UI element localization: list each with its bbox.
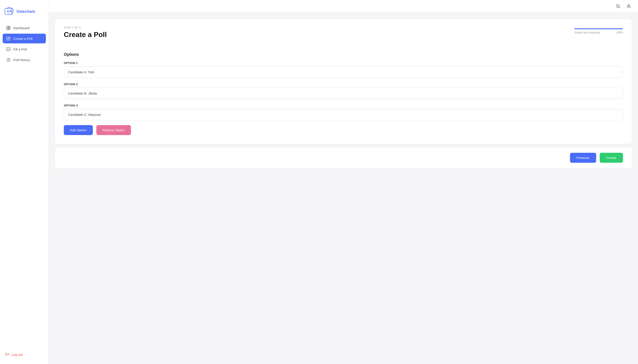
poll-history-icon — [6, 58, 11, 62]
header-left: STEP 2 OF 2 Create a Poll — [64, 26, 107, 39]
form-header: STEP 2 OF 2 Create a Poll Started and un… — [55, 19, 632, 45]
logo-icon — [5, 7, 14, 16]
svg-rect-4 — [9, 26, 10, 28]
progress-percent: 100% — [616, 31, 623, 34]
option-buttons-row: Add Option Reduce Option — [64, 125, 623, 135]
option-input-2[interactable] — [64, 88, 623, 99]
step-label: STEP 2 OF 2 — [64, 26, 107, 29]
logout-button[interactable]: Log out — [0, 350, 49, 360]
option-label-3: OPTION 3 — [64, 104, 623, 107]
create-poll-icon — [6, 36, 11, 41]
logo-area: Votechain — [0, 4, 49, 23]
reduce-option-button[interactable]: Reduce Option — [96, 125, 131, 135]
option-group-1: OPTION 1 — [64, 61, 623, 78]
sidebar-item-poll-history[interactable]: Poll History — [3, 55, 46, 65]
svg-rect-6 — [9, 28, 10, 30]
sidebar-label-fill-poll: Fill a Poll — [13, 48, 27, 51]
option-label-2: OPTION 2 — [64, 82, 623, 86]
add-option-button[interactable]: Add Option — [64, 125, 93, 135]
topbar — [49, 0, 638, 12]
sidebar-item-dashboard[interactable]: Dashboard — [3, 23, 46, 33]
svg-point-16 — [628, 5, 629, 6]
progress-area: Started and underway 100% — [574, 26, 623, 34]
progress-bar-fill — [574, 28, 623, 29]
option-group-2: OPTION 2 — [64, 82, 623, 99]
content-area: STEP 2 OF 2 Create a Poll Started and un… — [49, 12, 638, 364]
option-input-3[interactable] — [64, 109, 623, 120]
page-title: Create a Poll — [64, 30, 107, 39]
create-button[interactable]: Create — [600, 153, 623, 163]
sidebar-label-create-poll: Create a Poll — [13, 37, 33, 40]
sidebar-label-poll-history: Poll History — [13, 58, 30, 62]
progress-text: Started and underway — [574, 31, 600, 34]
brand-name: Votechain — [17, 9, 35, 14]
logout-label: Log out — [12, 353, 23, 356]
section-heading: Options — [64, 52, 623, 57]
svg-line-15 — [619, 7, 620, 8]
search-icon[interactable] — [615, 3, 621, 9]
sidebar-label-dashboard: Dashboard — [13, 26, 30, 30]
user-icon[interactable] — [625, 3, 632, 9]
sidebar-item-create-poll[interactable]: Create a Poll — [3, 34, 46, 44]
progress-bar-container — [574, 28, 623, 29]
fill-poll-icon — [6, 47, 11, 51]
option-group-3: OPTION 3 — [64, 104, 623, 120]
nav-items: Dashboard Create a Poll Fi — [0, 23, 49, 350]
sidebar-item-fill-poll[interactable]: Fill a Poll — [3, 44, 46, 54]
logout-icon — [5, 352, 9, 357]
option-input-1[interactable] — [64, 66, 623, 78]
progress-labels: Started and underway 100% — [574, 31, 623, 34]
option-label-1: OPTION 1 — [64, 61, 623, 65]
options-section: Options OPTION 1 OPTION 2 OPTION 3 — [55, 45, 632, 144]
footer-card: Previous Create — [55, 148, 632, 168]
main-content: STEP 2 OF 2 Create a Poll Started and un… — [49, 0, 638, 364]
sidebar: Votechain Dashboard — [0, 0, 49, 364]
previous-button[interactable]: Previous — [570, 153, 596, 163]
svg-rect-5 — [7, 28, 8, 30]
form-card: STEP 2 OF 2 Create a Poll Started and un… — [55, 19, 632, 144]
dashboard-icon — [6, 26, 11, 30]
svg-rect-3 — [7, 26, 8, 28]
